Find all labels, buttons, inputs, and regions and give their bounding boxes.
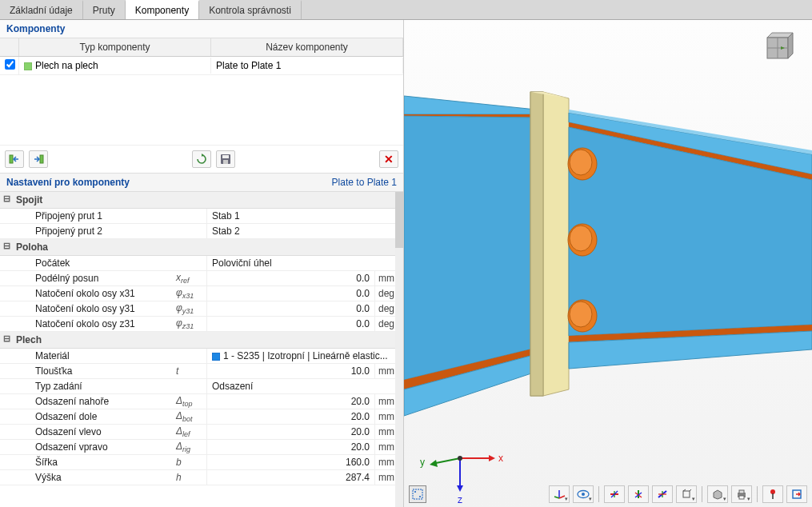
property-row[interactable]: Materiál1 - S235 | Izotropní | Lineárně … [0, 349, 403, 364]
property-row[interactable]: Natočení okolo osy y31φy310.0deg [0, 301, 403, 317]
property-row[interactable]: Podélný posunxref0.0mm [0, 271, 403, 286]
tab-basic-data[interactable]: Základní údaje [0, 0, 83, 19]
scrollbar[interactable] [395, 192, 403, 507]
svg-point-41 [419, 496, 421, 497]
col-name-header: Název komponenty [211, 38, 403, 56]
svg-rect-56 [683, 491, 690, 497]
axis-y-label: y [420, 457, 425, 468]
pin-button[interactable] [762, 485, 783, 503]
settings-subtitle: Plate to Plate 1 [332, 177, 397, 188]
property-row[interactable]: Připojený prut 2Stab 2 [0, 224, 403, 239]
property-value[interactable]: 20.0 [207, 394, 374, 409]
property-label: Odsazení vpravo [0, 440, 176, 454]
property-row[interactable]: Odsazení doleΔbot20.0mm [0, 409, 403, 425]
property-row[interactable]: PočátekPoloviční úhel [0, 256, 403, 271]
property-row[interactable]: Natočení okolo osy z31φz310.0deg [0, 317, 403, 332]
svg-point-23 [570, 226, 592, 251]
settings-title: Nastavení pro komponenty [6, 177, 130, 188]
tab-label: Komponenty [135, 5, 189, 16]
property-text-value: Stab 1 [207, 209, 403, 223]
property-label: Natočení okolo osy y31 [0, 301, 176, 316]
tab-label: Pruty [93, 5, 115, 16]
property-text-value: Odsazení [207, 379, 403, 393]
view-x-button[interactable] [604, 485, 625, 503]
property-value[interactable]: 0.0 [207, 301, 374, 316]
property-row[interactable]: Natočení okolo osy x31φx310.0deg [0, 286, 403, 301]
property-row[interactable]: Odsazení nahořeΔtop20.0mm [0, 394, 403, 409]
property-value[interactable]: 160.0 [207, 455, 374, 469]
viewport-3d[interactable]: x y z ▾ ▾ [404, 20, 812, 507]
svg-marker-7 [404, 116, 536, 380]
save-button[interactable] [216, 150, 235, 168]
row-checkbox[interactable] [5, 59, 15, 70]
render-mode-button[interactable]: ▾ [707, 485, 728, 503]
svg-point-21 [570, 150, 592, 175]
table-row[interactable]: Plech na plech Plate to Plate 1 [0, 57, 403, 75]
property-value[interactable]: 0.0 [207, 286, 374, 301]
axis-z-label: z [458, 494, 462, 505]
group-header[interactable]: Plech [0, 332, 403, 349]
view-y-button[interactable] [628, 485, 649, 503]
tab-members[interactable]: Pruty [83, 0, 126, 19]
property-value[interactable]: 0.0 [207, 317, 374, 331]
delete-button[interactable]: ✕ [379, 150, 398, 168]
axis-x-label: x [498, 453, 503, 464]
svg-rect-1 [40, 155, 43, 163]
property-row[interactable]: Odsazení vlevoΔlef20.0mm [0, 425, 403, 440]
property-value[interactable]: 287.4 [207, 470, 374, 485]
tab-components[interactable]: Komponenty [126, 0, 199, 19]
group-header[interactable]: Poloha [0, 239, 403, 256]
select-mode-button[interactable] [409, 485, 426, 503]
property-row[interactable]: Šířkab160.0mm [0, 455, 403, 470]
svg-rect-3 [222, 155, 229, 158]
svg-point-32 [458, 456, 462, 461]
refresh-button[interactable] [192, 150, 211, 168]
property-row[interactable]: Odsazení vpravoΔrig20.0mm [0, 440, 403, 455]
insert-right-button[interactable] [29, 150, 48, 168]
svg-line-44 [554, 497, 559, 498]
property-symbol: Δlef [176, 425, 206, 438]
property-symbol: Δrig [176, 441, 206, 453]
property-row[interactable]: Tloušťkat10.0mm [0, 364, 403, 379]
svg-rect-0 [10, 155, 13, 163]
color-swatch-icon [212, 353, 220, 361]
property-row[interactable]: Připojený prut 1Stab 1 [0, 209, 403, 224]
viewport-toolbar: ▾ ▾ ▾ ▾ ▾ [549, 485, 807, 503]
components-table-body: Plech na plech Plate to Plate 1 [0, 57, 403, 145]
row-type: Plech na plech [35, 60, 98, 71]
axis-tool-button[interactable]: ▾ [549, 485, 570, 503]
view-z-button[interactable] [652, 485, 673, 503]
fullscreen-button[interactable] [786, 485, 807, 503]
view-iso-button[interactable]: ▾ [676, 485, 697, 503]
property-value[interactable]: 20.0 [207, 425, 374, 439]
property-row[interactable]: Výškah287.4mm [0, 470, 403, 485]
components-panel-title: Komponenty [0, 20, 403, 38]
nav-cube[interactable] [758, 26, 798, 66]
property-label: Šířka [0, 455, 176, 469]
property-symbol: t [176, 365, 206, 377]
property-label: Připojený prut 1 [0, 209, 176, 223]
property-value[interactable]: 0.0 [207, 271, 374, 285]
group-header[interactable]: Spojit [0, 192, 403, 209]
property-label: Odsazení vlevo [0, 425, 176, 439]
svg-rect-39 [413, 489, 422, 499]
property-symbol: φz31 [176, 317, 206, 330]
property-row[interactable]: Typ zadáníOdsazení [0, 379, 403, 394]
property-text-value: 1 - S235 | Izotropní | Lineárně elastic.… [207, 349, 403, 363]
property-value[interactable]: 20.0 [207, 440, 374, 454]
properties-panel[interactable]: SpojitPřipojený prut 1Stab 1Připojený pr… [0, 192, 403, 507]
tab-check[interactable]: Kontrola správnosti [199, 0, 302, 19]
print-button[interactable]: ▾ [731, 485, 752, 503]
property-symbol: φx31 [176, 287, 206, 300]
property-value[interactable]: 20.0 [207, 409, 374, 424]
components-table-header: Typ komponenty Název komponenty [0, 38, 403, 57]
insert-left-button[interactable] [5, 150, 24, 168]
col-type-header: Typ komponenty [19, 38, 211, 56]
svg-line-28 [436, 458, 460, 463]
visibility-button[interactable]: ▾ [573, 485, 594, 503]
property-symbol: Δbot [176, 410, 206, 423]
property-value[interactable]: 10.0 [207, 364, 374, 378]
property-label: Typ zadání [0, 379, 176, 393]
svg-point-25 [570, 301, 592, 327]
settings-header: Nastavení pro komponenty Plate to Plate … [0, 173, 403, 192]
